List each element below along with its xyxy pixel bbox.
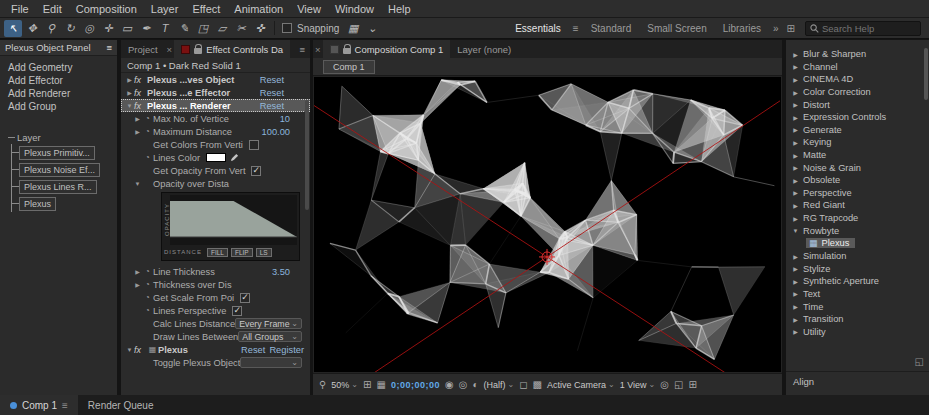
add-geometry-button[interactable]: Add Geometry [8, 62, 109, 75]
param-line-thickness[interactable]: ▶ ◔ Line Thickness 3.50 [121, 265, 310, 278]
fill-button[interactable]: FILL [207, 248, 228, 257]
menu-help[interactable]: Help [381, 3, 418, 15]
lines-color-swatch[interactable] [206, 153, 226, 162]
category-transition[interactable]: ▶Transition [786, 313, 929, 326]
eraser-tool-button[interactable]: ▱ [213, 20, 231, 37]
category-expression-controls[interactable]: ▶Expression Controls [786, 111, 929, 124]
category-matte[interactable]: ▶Matte [786, 149, 929, 162]
snapping-options-icon[interactable]: ▦ [344, 20, 362, 37]
opacity-curve[interactable] [170, 195, 297, 245]
snapshot-camera-icon[interactable]: ◉ [445, 379, 454, 390]
menu-window[interactable]: Window [328, 3, 381, 15]
stopwatch-icon[interactable]: ◔ [142, 153, 153, 162]
category-stylize[interactable]: ▶Stylize [786, 263, 929, 276]
puppet-tool-button[interactable]: ✜ [251, 20, 269, 37]
workspace-libraries[interactable]: Libraries [715, 23, 769, 34]
register-link[interactable]: Register [269, 345, 304, 355]
pen-tool-button[interactable]: ✒ [137, 20, 155, 37]
selection-tool-button[interactable]: ↖ [4, 20, 22, 37]
transparency-grid-icon[interactable]: ▩ [532, 379, 541, 390]
reset-link[interactable]: Reset [260, 101, 284, 111]
search-input[interactable] [822, 23, 912, 34]
workspace-small-screen[interactable]: Small Screen [639, 23, 714, 34]
zoom-tool-button[interactable]: ⚲ [42, 20, 60, 37]
category-keying[interactable]: ▶Keying [786, 136, 929, 149]
panel-menu-icon[interactable]: ≡ [62, 400, 68, 411]
tab-project[interactable]: Project [121, 40, 165, 58]
tree-item-noise-effector[interactable]: Plexus Noise Ef... [12, 161, 117, 178]
shape-tool-button[interactable]: ▭ [118, 20, 136, 37]
calc-lines-distance-dropdown[interactable]: Every Frame ⌄ [235, 318, 302, 329]
tab-effect-controls[interactable]: Effect Controls Da [174, 40, 290, 58]
get-colors-checkbox[interactable] [249, 140, 259, 150]
category-perspective[interactable]: ▶Perspective [786, 187, 929, 200]
category-red-giant[interactable]: ▶Red Giant [786, 199, 929, 212]
stopwatch-icon[interactable]: ◔ [142, 114, 153, 123]
pixel-aspect-icon[interactable]: ◎ [660, 379, 669, 390]
stopwatch-icon[interactable]: ◔ [142, 306, 153, 315]
get-opacity-checkbox[interactable] [251, 166, 261, 176]
show-channel-icon[interactable]: ◐ [472, 379, 478, 390]
reset-link[interactable]: Reset [260, 75, 284, 85]
roto-brush-tool-button[interactable]: ✂ [232, 20, 250, 37]
menu-view[interactable]: View [290, 3, 328, 15]
help-search[interactable] [805, 21, 921, 36]
view-layout-dropdown[interactable]: 1 View ⌄ [620, 380, 656, 390]
add-renderer-button[interactable]: Add Renderer [8, 88, 109, 101]
tree-item-plexus[interactable]: Plexus [12, 195, 117, 212]
category-color-correction[interactable]: ▶Color Correction [786, 86, 929, 99]
align-panel-header[interactable]: Align [786, 371, 929, 387]
menu-layer[interactable]: Layer [144, 3, 186, 15]
flip-button[interactable]: FLIP [231, 248, 253, 257]
camera-tool-button[interactable]: ◎ [80, 20, 98, 37]
max-distance-value[interactable]: 100.00 [262, 127, 290, 137]
hand-tool-button[interactable]: ✥ [23, 20, 41, 37]
max-vertices-value[interactable]: 10 [280, 114, 290, 124]
bottom-tab-comp-1[interactable]: Comp 1 ≡ [0, 395, 78, 415]
rotation-tool-button[interactable]: ↻ [61, 20, 79, 37]
category-obsolete[interactable]: ▶Obsolete [786, 174, 929, 187]
plexus-render-canvas[interactable] [314, 77, 780, 372]
bottom-tab-render-queue[interactable]: Render Queue [78, 395, 164, 415]
pan-behind-tool-button[interactable]: ✛ [99, 20, 117, 37]
category-cinema-4d[interactable]: ▶CINEMA 4D [786, 73, 929, 86]
line-thickness-value[interactable]: 3.50 [272, 267, 290, 277]
effect-row-primitives-object[interactable]: ▶ fx Plexus ...ves Object Reset [121, 73, 310, 86]
show-snapshot-icon[interactable]: ◎ [459, 379, 468, 390]
composition-viewport[interactable] [314, 77, 781, 372]
tab-composition[interactable]: Composition Comp 1 [323, 40, 451, 58]
workspace-menu-icon[interactable]: ≡ [569, 23, 583, 34]
param-max-vertices[interactable]: ▶ ◔ Max No. of Vertice 10 [121, 112, 310, 125]
panel-menu-icon[interactable]: ≡ [106, 42, 112, 53]
menu-file[interactable]: File [4, 3, 36, 15]
menu-composition[interactable]: Composition [69, 3, 144, 15]
tree-item-primitives[interactable]: Plexus Primitiv... [12, 144, 117, 161]
type-tool-button[interactable]: T [156, 20, 174, 37]
param-max-distance[interactable]: ▶ ◔ Maximum Distance 100.00 [121, 125, 310, 138]
stopwatch-icon[interactable]: ◔ [142, 267, 153, 276]
category-utility[interactable]: ▶Utility [786, 325, 929, 338]
tree-root-layer[interactable]: Layer [8, 130, 117, 144]
close-icon[interactable]: × [313, 44, 323, 55]
panel-resize-icon[interactable]: ◱ [915, 356, 924, 367]
effects-presets-scrollbar[interactable] [924, 48, 928, 100]
active-camera-dropdown[interactable]: Active Camera ⌄ [547, 380, 615, 390]
category-time[interactable]: ▶Time [786, 300, 929, 313]
effect-controls-scrollbar[interactable] [305, 100, 309, 210]
param-lines-color[interactable]: ◔ Lines Color [121, 151, 310, 164]
eyedropper-icon[interactable] [230, 153, 239, 162]
add-effector-button[interactable]: Add Effector [8, 75, 109, 88]
tab-layer[interactable]: Layer (none) [450, 40, 518, 58]
panel-menu-icon[interactable]: ≡ [294, 44, 310, 55]
param-draw-lines-between[interactable]: Draw Lines Between All Groups ⌄ [121, 330, 310, 343]
category-text[interactable]: ▶Text [786, 288, 929, 301]
workspace-standard[interactable]: Standard [583, 23, 640, 34]
stopwatch-icon[interactable]: ◔ [142, 293, 153, 302]
grid-icon[interactable]: ▦ [376, 379, 385, 390]
draw-lines-between-dropdown[interactable]: All Groups ⌄ [238, 331, 302, 342]
effect-row-noise-effector[interactable]: ▶ fx Plexus ...e Effector Reset [121, 86, 310, 99]
stopwatch-icon[interactable]: ◔ [142, 280, 153, 289]
close-icon[interactable]: × [165, 44, 175, 55]
param-calc-lines-distance[interactable]: Calc Lines Distance Every Frame ⌄ [121, 317, 310, 330]
param-opacity-over-distance[interactable]: ▼ Opacity over Dista [121, 177, 310, 190]
